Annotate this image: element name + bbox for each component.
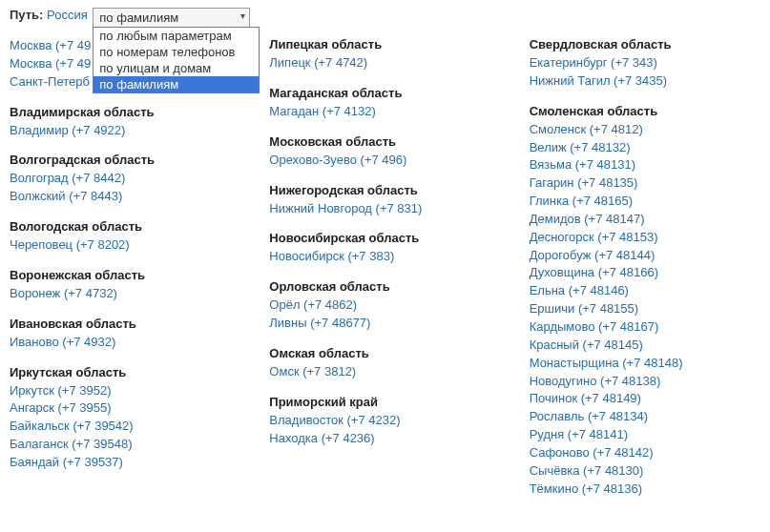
region-title: Приморский край bbox=[269, 395, 500, 409]
region-block: Вологодская областьЧереповец (+7 8202) bbox=[10, 219, 240, 255]
region-block: Омская областьОмск (+7 3812) bbox=[269, 346, 500, 381]
region-title: Нижегородская область bbox=[269, 183, 500, 197]
region-title: Смоленская область bbox=[530, 104, 760, 118]
city-link[interactable]: Красный (+7 48145) bbox=[530, 337, 760, 355]
city-link[interactable]: Новодугино (+7 48138) bbox=[530, 373, 760, 391]
region-block: Московская областьОрехово-Зуево (+7 496) bbox=[269, 134, 500, 170]
city-link[interactable]: Сычёвка (+7 48130) bbox=[530, 462, 760, 481]
region-title: Владимирская область bbox=[10, 105, 240, 119]
select-option[interactable]: по улицам и домам bbox=[94, 60, 259, 76]
region-block: Волгоградская областьВолгоград (+7 8442)… bbox=[10, 153, 240, 206]
region-block: Воронежская областьВоронеж (+7 4732) bbox=[10, 268, 240, 303]
city-link[interactable]: Монастырщина (+7 48148) bbox=[530, 355, 760, 373]
select-option[interactable]: по номерам телефонов bbox=[94, 44, 259, 60]
city-link[interactable]: Орехово-Зуево (+7 496) bbox=[269, 152, 500, 170]
region-block: Иркутская областьИркутск (+7 3952)Ангарс… bbox=[10, 365, 240, 472]
region-block: Смоленская областьСмоленск (+7 4812)Вели… bbox=[530, 104, 760, 499]
search-mode-select[interactable]: по фамилиям по любым параметрампо номера… bbox=[93, 8, 250, 28]
region-block: Новосибирская областьНовосибирск (+7 383… bbox=[269, 231, 500, 266]
region-block: Приморский крайВладивосток (+7 4232)Нахо… bbox=[269, 395, 500, 448]
city-link[interactable]: Смоленск (+7 4812) bbox=[530, 121, 760, 139]
city-link[interactable]: Череповец (+7 8202) bbox=[10, 236, 240, 255]
city-link[interactable]: Воронеж (+7 4732) bbox=[10, 285, 240, 303]
city-link[interactable]: Балаганск (+7 39548) bbox=[10, 436, 240, 454]
city-link[interactable]: Иркутск (+7 3952) bbox=[10, 382, 240, 400]
city-link[interactable]: Владимир (+7 4922) bbox=[10, 122, 240, 140]
city-link[interactable]: Байкальск (+7 39542) bbox=[10, 418, 240, 436]
column: Свердловская областьЕкатеринбург (+7 343… bbox=[530, 37, 760, 511]
column: Москва (+7 49Москва (+7 49Санкт-ПетербВл… bbox=[10, 37, 240, 511]
city-link[interactable]: Ангарск (+7 3955) bbox=[10, 399, 240, 418]
city-link[interactable]: Ливны (+7 48677) bbox=[269, 315, 500, 333]
city-link[interactable]: Липецк (+7 4742) bbox=[269, 54, 500, 72]
city-link[interactable]: Демидов (+7 48147) bbox=[530, 211, 760, 229]
city-link[interactable]: Волжский (+7 8443) bbox=[10, 188, 240, 206]
breadcrumb: Путь: Россия по фамилиям по любым параме… bbox=[10, 8, 760, 28]
region-title: Орловская область bbox=[269, 279, 500, 294]
city-link[interactable]: Рудня (+7 48141) bbox=[530, 426, 760, 444]
region-title: Вологодская область bbox=[10, 219, 240, 234]
select-option[interactable]: по любым параметрам bbox=[94, 28, 259, 44]
region-title: Свердловская область bbox=[530, 37, 760, 51]
region-block: Ивановская областьИваново (+7 4932) bbox=[10, 317, 240, 352]
city-link[interactable]: Магадан (+7 4132) bbox=[269, 103, 500, 121]
city-link[interactable]: Нижний Тагил (+7 3435) bbox=[530, 72, 760, 91]
city-link[interactable]: Волгоград (+7 8442) bbox=[10, 170, 240, 188]
column: Липецкая областьЛипецк (+7 4742)Магаданс… bbox=[269, 37, 500, 511]
city-link[interactable]: Владивосток (+7 4232) bbox=[269, 412, 500, 430]
city-link[interactable]: Сафоново (+7 48142) bbox=[530, 444, 760, 462]
path-link-russia[interactable]: Россия bbox=[47, 8, 88, 22]
region-block: Орловская областьОрёл (+7 4862)Ливны (+7… bbox=[269, 279, 500, 333]
region-block: Магаданская областьМагадан (+7 4132) bbox=[269, 86, 500, 121]
region-title: Иркутская область bbox=[10, 365, 240, 379]
select-dropdown: по любым параметрампо номерам телефоновп… bbox=[93, 27, 260, 93]
city-link[interactable]: Новосибирск (+7 383) bbox=[269, 248, 500, 266]
region-title: Ивановская область bbox=[10, 317, 240, 331]
city-link[interactable]: Духовщина (+7 48166) bbox=[530, 264, 760, 282]
region-title: Омская область bbox=[269, 346, 500, 360]
region-title: Новосибирская область bbox=[269, 231, 500, 245]
region-title: Липецкая область bbox=[269, 37, 500, 51]
select-option[interactable]: по фамилиям bbox=[94, 76, 259, 92]
region-title: Волгоградская область bbox=[10, 153, 240, 167]
city-link[interactable]: Екатеринбург (+7 343) bbox=[530, 54, 760, 72]
city-link[interactable]: Находка (+7 4236) bbox=[269, 430, 500, 448]
city-link[interactable]: Велиж (+7 48132) bbox=[530, 139, 760, 157]
region-title: Московская область bbox=[269, 134, 500, 149]
city-link[interactable]: Починок (+7 48149) bbox=[530, 390, 760, 408]
region-block: Свердловская областьЕкатеринбург (+7 343… bbox=[530, 37, 760, 91]
city-link[interactable]: Десногорск (+7 48153) bbox=[530, 229, 760, 247]
city-link[interactable]: Глинка (+7 48165) bbox=[530, 193, 760, 211]
path-label: Путь: bbox=[10, 8, 43, 22]
region-block: Владимирская областьВладимир (+7 4922) bbox=[10, 105, 240, 140]
city-link[interactable]: Ельна (+7 48146) bbox=[530, 282, 760, 300]
city-link[interactable]: Кардымово (+7 48167) bbox=[530, 318, 760, 337]
city-link[interactable]: Иваново (+7 4932) bbox=[10, 334, 240, 352]
city-link[interactable]: Омск (+7 3812) bbox=[269, 363, 500, 381]
city-link[interactable]: Баяндай (+7 39537) bbox=[10, 454, 240, 472]
city-link[interactable]: Тёмкино (+7 48136) bbox=[530, 481, 760, 499]
city-link[interactable]: Гагарин (+7 48135) bbox=[530, 174, 760, 193]
city-link[interactable]: Ершичи (+7 48155) bbox=[530, 300, 760, 318]
region-block: Нижегородская областьНижний Новгород (+7… bbox=[269, 183, 500, 218]
city-link[interactable]: Дорогобуж (+7 48144) bbox=[530, 247, 760, 265]
city-link[interactable]: Орёл (+7 4862) bbox=[269, 297, 500, 315]
city-link[interactable]: Нижний Новгород (+7 831) bbox=[269, 200, 500, 218]
region-block: Липецкая областьЛипецк (+7 4742) bbox=[269, 37, 500, 72]
select-current[interactable]: по фамилиям bbox=[93, 8, 250, 28]
region-columns: Москва (+7 49Москва (+7 49Санкт-ПетербВл… bbox=[10, 37, 760, 511]
city-link[interactable]: Вязьма (+7 48131) bbox=[530, 156, 760, 174]
region-title: Воронежская область bbox=[10, 268, 240, 282]
region-title: Магаданская область bbox=[269, 86, 500, 100]
city-link[interactable]: Рославль (+7 48134) bbox=[530, 408, 760, 426]
